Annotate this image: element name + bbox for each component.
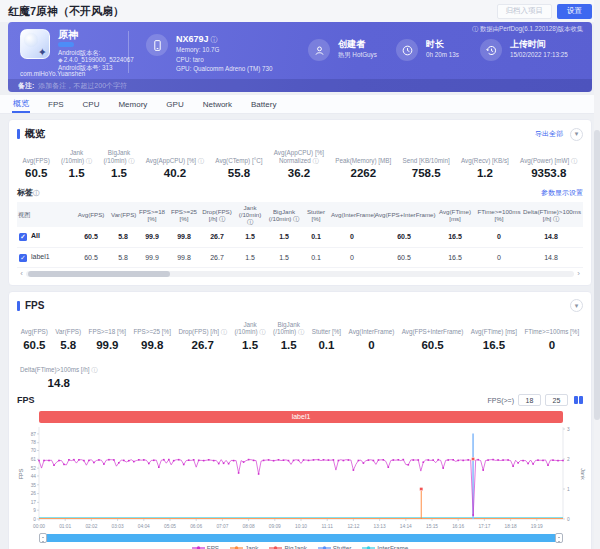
info-icon[interactable]: ⓘ [219,328,227,335]
svg-text:3: 3 [567,426,570,431]
info-icon[interactable]: ⓘ [196,157,204,164]
svg-text:87: 87 [31,431,37,436]
column-header: FTime>=100ms[%] [476,202,522,227]
legend-item-fps[interactable]: FPS [192,545,219,549]
legend-item-interframe[interactable]: InterFrame [362,545,408,549]
svg-text:17: 17 [31,500,37,505]
stat-value: 0.1 [311,339,342,351]
stat-value: 1.5 [272,339,305,351]
stat-item: Avg(InterFrame)0 [345,321,398,351]
stat-label: Delta(FTime)>100ms [/h] ⓘ [20,359,98,374]
stat-item: Avg(Power) [mW] ⓘ9353.8 [514,149,583,179]
svg-text:05:05: 05:05 [164,523,176,528]
stat-label-line: Avg(AppCPU) [%] ⓘ [143,157,207,164]
stat-label-line: Avg(Power) [mW] ⓘ [517,157,580,164]
stat-label-line: Drop(FPS) [/h] ⓘ [178,328,228,335]
stat-label-line: FTime>=100ms [%] [524,328,580,335]
page-scrollbar-thumb[interactable] [594,130,600,420]
settings-button[interactable]: 设置 [557,4,592,19]
archive-button[interactable]: 归档入项目 [497,4,553,19]
svg-text:12:12: 12:12 [347,523,359,528]
fps-threshold-input-1[interactable] [518,394,541,406]
collapse-icon[interactable]: ▾ [570,128,583,141]
fps-threshold-input-2[interactable] [545,394,568,406]
info-icon[interactable]: ⓘ [90,366,98,373]
legend-label: Stutter [333,545,352,549]
device-memory: Memory: 10.7G [176,46,273,54]
stat-label: Peak(Memory) [MB] [333,149,394,164]
column-header: Stutter[%] [302,202,330,227]
stat-label-line: Jank [234,321,267,328]
overview-title: 概览 [25,127,45,141]
scroll-left-icon[interactable]: ‹ [17,270,26,278]
label-region-banner[interactable]: label1 [39,411,563,423]
range-handle-left[interactable] [39,533,47,543]
range-handle-right[interactable] [555,533,563,543]
row-checkbox[interactable]: ✓ [19,233,27,241]
column-header: BigJank(/10min) ⓘ [266,202,302,227]
svg-text:04:04: 04:04 [138,523,150,528]
chart-legend: FPSJankBigJankStutterInterFrame [17,545,583,549]
collapse-icon[interactable]: ▾ [570,299,583,312]
upload-time-label: 上传时间 [510,39,568,49]
info-icon[interactable]: ⓘ [127,157,135,164]
row-checkbox[interactable]: ✓ [19,254,27,262]
info-icon[interactable]: ⓘ [84,157,92,164]
stat-label: Stutter [%] [311,321,342,336]
note-strip[interactable]: 备注: 添加备注，不超过200个字符 [8,79,592,92]
tab-Battery[interactable]: Battery [250,97,277,113]
chart-range-scrollbar[interactable] [39,534,563,542]
tab-CPU[interactable]: CPU [82,97,101,113]
info-icon[interactable]: ⓘ [258,328,266,335]
page-scrollbar[interactable] [594,0,600,549]
value-cell: 60.5 [72,247,110,267]
stat-label: FPS>=18 [%] [88,321,127,336]
stat-label-line: FPS>=18 [%] [88,328,127,335]
value-cell: 26.7 [200,227,234,247]
duration-block: 时长 0h 20m 13s [396,39,459,61]
fps-stats-row2: Delta(FTime)>100ms [/h] ⓘ14.8 [17,359,583,389]
legend-label: Jank [245,545,258,549]
stat-item: BigJank(/10min) ⓘ1.5 [269,321,308,351]
svg-text:19:19: 19:19 [531,523,543,528]
legend-item-jank[interactable]: Jank [230,545,258,549]
hscroll-track[interactable] [26,271,574,277]
chart-display-icon[interactable] [574,396,583,404]
stat-label-line: Peak(Memory) [MB] [333,157,394,164]
tab-概览[interactable]: 概览 [12,95,30,113]
tab-Network[interactable]: Network [202,97,233,113]
info-icon[interactable]: ⓘ [33,189,40,196]
stat-label-line: Avg(FTime) [ms] [470,328,518,335]
tab-Memory[interactable]: Memory [117,97,148,113]
info-icon[interactable]: ⓘ [296,328,304,335]
value-cell: 1.5 [234,227,266,247]
hscroll-thumb[interactable] [28,271,170,277]
svg-text:18:18: 18:18 [505,523,517,528]
value-cell: 99.9 [136,247,168,267]
tab-GPU[interactable]: GPU [165,97,184,113]
duration-value: 0h 20m 13s [426,51,459,59]
info-icon[interactable]: ⓘ [569,157,577,164]
upload-time-value: 15/02/2022 17:13:25 [510,51,568,59]
stat-value: 16.5 [470,339,518,351]
info-icon[interactable]: ⓘ [211,36,218,43]
info-icon[interactable]: ⓘ [311,157,319,164]
stat-label: Avg(FPS+InterFrame) [401,321,464,336]
scroll-right-icon[interactable]: › [574,270,583,278]
param-display-settings-link[interactable]: 参数显示设置 [541,188,583,198]
stat-label: BigJank(/10min) ⓘ [101,149,137,164]
tab-FPS[interactable]: FPS [47,97,65,113]
stat-label: Avg(CTemp) [°C] [213,149,265,164]
svg-text:10:10: 10:10 [295,523,307,528]
svg-text:2: 2 [567,456,570,461]
stat-label: Jank(/10min) ⓘ [234,321,267,336]
stat-value: 1.2 [458,167,511,179]
export-all-link[interactable]: 导出全部 [535,129,563,139]
value-cell: 16.5 [434,247,476,267]
legend-item-stutter[interactable]: Stutter [318,545,352,549]
app-version-name-label: Android版本名: [58,49,134,56]
stat-label: Avg(FPS) [20,149,52,164]
legend-item-bigjank[interactable]: BigJank [269,545,306,549]
table-header-row: 视图Avg(FPS)Var(FPS)FPS>=18[%]FPS>=25[%]Dr… [17,202,583,227]
app-block: 原神 Android版本名: ◆2.4.0_5199000_5224067 An… [20,29,134,72]
